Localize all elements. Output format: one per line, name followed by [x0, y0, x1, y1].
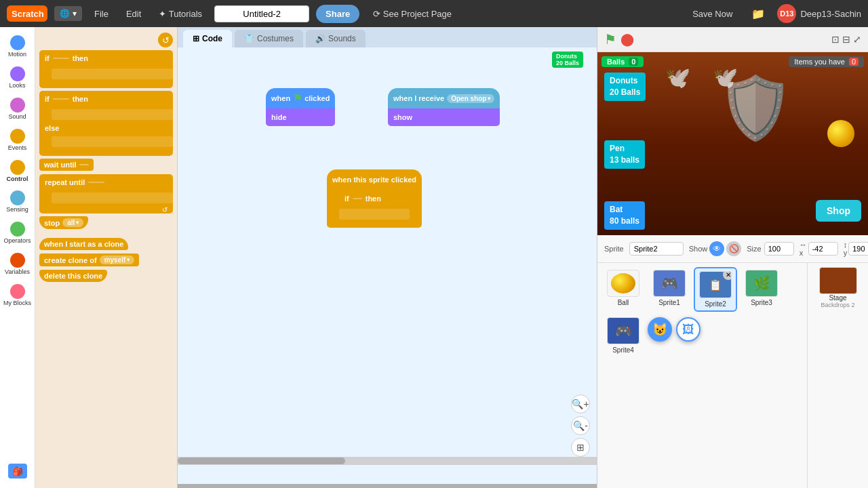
small-stage-button[interactable]: ⊡: [831, 34, 840, 45]
category-sensing[interactable]: Sensing: [0, 188, 35, 216]
category-control[interactable]: Control: [0, 157, 35, 186]
sprite-thumb-ball[interactable]: Ball: [601, 267, 645, 312]
x-coord: ↔ x: [800, 241, 838, 257]
zoom-in-button[interactable]: 🔍+: [571, 394, 590, 413]
horizontal-scrollbar[interactable]: [178, 457, 597, 465]
zoom-out-button[interactable]: 🔍-: [571, 416, 590, 435]
blocks-panel: ↺ if then if then else: [35, 27, 178, 488]
sprite-info: Sprite Show 👁 🚫 Size ↔ x ↕ y Direction: [597, 235, 868, 263]
save-now-button[interactable]: Save Now: [686, 6, 739, 22]
balls-counter: Balls 0: [601, 56, 644, 67]
stop-option[interactable]: all ▾: [62, 218, 83, 227]
when-receive-block[interactable]: when I receive Open shop ▾: [388, 88, 500, 108]
events-label: Events: [8, 145, 27, 152]
motion-label: Motion: [8, 52, 26, 58]
file-menu-button[interactable]: File: [89, 6, 114, 22]
shop-button[interactable]: Shop: [816, 200, 861, 222]
scroll-thumb[interactable]: [178, 458, 345, 464]
user-button[interactable]: D13 Deep13-Sachin: [777, 4, 861, 23]
share-button[interactable]: Share: [316, 5, 359, 23]
y-input[interactable]: [848, 242, 868, 256]
backpack-icon[interactable]: 🎒: [8, 460, 27, 483]
fullscreen-button[interactable]: ⤢: [853, 34, 861, 45]
sprite-2-label: Sprite2: [705, 300, 726, 308]
when-clone-block[interactable]: when I start as a clone: [39, 238, 128, 250]
sprite-grid: Ball 🎮 Sprite1 ✕ 📋 Sprite2: [597, 263, 807, 488]
when-flag-clicked-block[interactable]: when ⚑ clicked: [266, 88, 335, 108]
sprite-thumb-4-img: 🎮: [607, 317, 639, 344]
create-clone-block[interactable]: create clone of myself ▾: [39, 253, 139, 266]
stop-button[interactable]: ⬤: [620, 32, 634, 47]
receive-option[interactable]: Open shop ▾: [447, 94, 494, 103]
sprite-tray-container: Ball 🎮 Sprite1 ✕ 📋 Sprite2: [597, 263, 868, 488]
sprite-name-input[interactable]: [629, 242, 684, 256]
add-backdrop-button[interactable]: 🖼: [676, 317, 701, 342]
show-eye-button[interactable]: 👁: [709, 241, 724, 256]
fit-button[interactable]: ⊞: [571, 438, 590, 457]
if-else-block[interactable]: if then else: [39, 91, 173, 156]
category-operators[interactable]: Operators: [0, 219, 35, 247]
category-events[interactable]: Events: [0, 126, 35, 155]
category-variables[interactable]: Variables: [0, 250, 35, 279]
project-name-input[interactable]: [214, 5, 309, 22]
control-label: Control: [7, 176, 28, 183]
stage-ball: [827, 120, 854, 147]
x-input[interactable]: [808, 242, 838, 256]
delete-clone-block[interactable]: delete this clone: [39, 270, 107, 282]
control-dot: [10, 160, 25, 175]
if-then-block[interactable]: if then: [39, 50, 173, 88]
sounds-tab-icon: 🔊: [315, 34, 326, 43]
when-sprite-clicked-block[interactable]: when this sprite clicked: [327, 169, 422, 190]
tutorials-button[interactable]: ✦ Tutorials: [153, 6, 208, 22]
sprite-thumb-1[interactable]: 🎮 Sprite1: [648, 267, 691, 312]
variables-label: Variables: [5, 269, 30, 276]
category-motion[interactable]: Motion: [0, 33, 35, 61]
globe-button[interactable]: 🌐 ▾: [54, 6, 82, 21]
flag-icon: ⚑: [293, 92, 302, 104]
edit-menu-button[interactable]: Edit: [121, 6, 146, 22]
costumes-tab[interactable]: 👕 Costumes: [235, 30, 303, 47]
show-block[interactable]: show: [388, 108, 500, 126]
hide-eye-button[interactable]: 🚫: [726, 241, 741, 256]
category-my-blocks[interactable]: My Blocks: [0, 281, 35, 310]
sprite-ball-label: Ball: [618, 299, 629, 306]
size-group: Size: [747, 242, 793, 256]
category-looks[interactable]: Looks: [0, 64, 35, 92]
stage-side: Stage Backdrops 2: [807, 263, 868, 488]
see-project-button[interactable]: ⟳ See Project Page: [366, 6, 458, 22]
green-flag-button[interactable]: ⚑: [604, 31, 616, 47]
user-avatar: D13: [777, 4, 796, 23]
sprite-thumb-4[interactable]: 🎮 Sprite4: [601, 314, 645, 357]
delete-sprite-button[interactable]: ✕: [723, 271, 732, 280]
code-area: ⊞ Code 👕 Costumes 🔊 Sounds Donuts20 Ball…: [178, 27, 597, 488]
clone-option[interactable]: myself ▾: [100, 256, 135, 264]
stop-block[interactable]: stop all ▾: [39, 216, 88, 229]
my-blocks-label: My Blocks: [3, 300, 31, 307]
loop-icon[interactable]: ↺: [158, 33, 173, 47]
user-name: Deep13-Sachin: [800, 9, 861, 19]
script-canvas: Donuts20 Balls when ⚑ clicked hide when …: [178, 47, 597, 484]
script-flag-clicked[interactable]: when ⚑ clicked hide: [266, 88, 335, 126]
sounds-tab[interactable]: 🔊 Sounds: [306, 30, 366, 47]
size-input[interactable]: [764, 242, 794, 256]
scratch-logo: Scratch: [7, 5, 47, 22]
hide-block[interactable]: hide: [266, 108, 335, 126]
backpack-bar[interactable]: Backpack: [178, 484, 597, 488]
wait-until-block[interactable]: wait until: [39, 159, 94, 171]
sensing-label: Sensing: [6, 207, 28, 214]
script-receive[interactable]: when I receive Open shop ▾ show: [388, 88, 500, 126]
normal-stage-button[interactable]: ⊟: [842, 34, 850, 45]
sprite-thumb-3[interactable]: 🌿 Sprite3: [740, 267, 783, 312]
folder-button[interactable]: 📁: [746, 5, 770, 23]
sprite-thumb-3-img: 🌿: [745, 270, 778, 297]
category-sound[interactable]: Sound: [0, 95, 35, 123]
sprite-thumb-2[interactable]: ✕ 📋 Sprite2: [694, 267, 737, 312]
code-tab[interactable]: ⊞ Code: [183, 30, 232, 47]
y-coord: ↕ y: [844, 241, 868, 257]
add-sprite-button[interactable]: 😺: [648, 317, 672, 342]
stage-thumb[interactable]: [819, 267, 857, 294]
looks-label: Looks: [9, 83, 25, 89]
repeat-until-block[interactable]: repeat until ↺: [39, 174, 173, 214]
sprite-thumb-2-img: ✕ 📋: [699, 271, 732, 298]
script-sprite-clicked[interactable]: when this sprite clicked if then: [327, 169, 422, 228]
